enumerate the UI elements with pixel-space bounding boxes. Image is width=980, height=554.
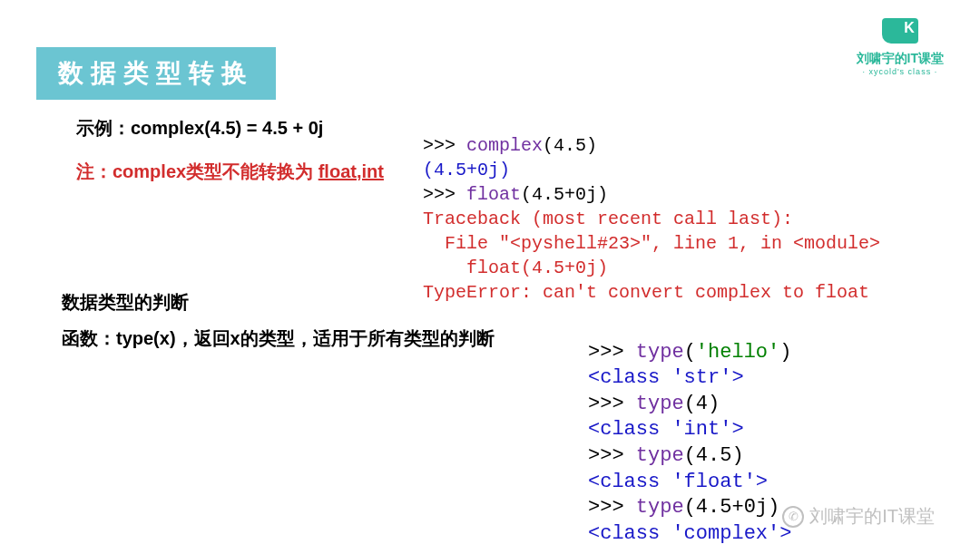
watermark-text: 刘啸宇的IT课堂 [809,504,935,529]
fn-name: type [636,393,684,415]
fn-args: (4.5+0j) [684,496,780,519]
paren: ( [684,341,696,364]
traceback-line: File [423,233,499,254]
note-underlined: float,int [318,161,384,181]
brand-logo: 刘啸宇的IT课堂 · xycold's class · [857,18,944,76]
example-text: 示例：complex(4.5) = 4.5 + 0j [76,116,323,141]
prompt: >>> [423,184,466,205]
traceback-line: Traceback (most recent call last): [423,209,793,229]
wechat-icon: ✆ [782,506,804,528]
prompt: >>> [588,444,636,467]
output-value: <class 'str'> [588,366,744,389]
traceback-line: , line 1, in <module> [652,233,880,254]
output-value: <class 'int'> [588,418,744,441]
code-block-complex: >>> complex(4.5) (4.5+0j) >>> float(4.5+… [423,109,880,305]
string-literal: 'hello' [696,341,779,364]
page-title: 数据类型转换 [36,47,276,100]
prompt: >>> [588,341,636,364]
fn-name: complex [466,135,543,156]
prompt: >>> [588,393,636,415]
section-heading: 数据类型的判断 [62,290,189,315]
paren: ) [779,341,791,364]
fn-args: (4.5+0j) [521,184,608,205]
prompt: >>> [588,496,636,519]
fn-args: (4.5) [543,135,597,156]
fn-name: type [636,496,684,519]
note-text: 注：complex类型不能转换为 float,int [76,160,384,184]
fn-name: float [466,184,521,205]
output-value: <class 'complex'> [588,522,791,545]
fn-name: type [636,341,684,364]
note-prefix: 注：complex类型不能转换为 [76,161,318,181]
error-line: TypeError: can't convert complex to floa… [423,282,869,303]
code-block-type: >>> type('hello') <class 'str'> >>> type… [588,314,791,547]
function-desc: 函数：type(x)，返回x的类型，适用于所有类型的判断 [62,326,495,351]
traceback-line: float(4.5+0j) [423,258,608,278]
fn-name: type [636,444,684,467]
fn-args: (4.5) [684,444,744,467]
traceback-file: "<pyshell#23>" [499,233,652,254]
prompt: >>> [423,135,466,156]
logo-subtitle: · xycold's class · [857,67,944,76]
logo-icon [882,18,918,44]
fn-args: (4) [684,393,720,415]
watermark: ✆ 刘啸宇的IT课堂 [782,504,935,529]
logo-title: 刘啸宇的IT课堂 [857,51,944,67]
output-value: (4.5+0j) [423,160,510,180]
output-value: <class 'float'> [588,471,768,493]
